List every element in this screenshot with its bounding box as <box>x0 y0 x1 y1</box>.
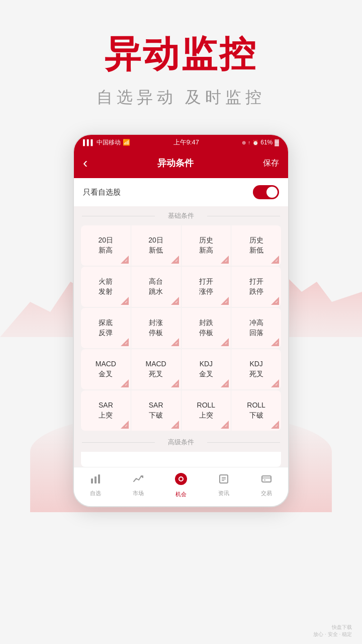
check-icon-1-3: ✓ <box>271 297 279 305</box>
status-time: 上午9:47 <box>173 138 199 147</box>
check-icon-1-2: ✓ <box>221 297 229 305</box>
grid-item-4-3[interactable]: ROLL下破✓ <box>231 390 281 431</box>
grid-item-2-0[interactable]: 探底反弹✓ <box>81 308 131 348</box>
watchlist-icon <box>90 473 101 488</box>
check-icon-2-2: ✓ <box>221 338 229 346</box>
svg-rect-3 <box>95 476 97 484</box>
news-label: 资讯 <box>218 490 229 497</box>
basic-section-title: 基础条件 <box>168 211 194 220</box>
grid-item-2-2[interactable]: 封跌停板✓ <box>182 308 231 348</box>
check-icon-2-1: ✓ <box>171 338 179 346</box>
save-button[interactable]: 保存 <box>263 158 279 169</box>
opportunity-label: 机会 <box>175 491 187 498</box>
watermark: 快盘下载 放心 · 安全 · 稳定 <box>313 624 352 638</box>
wifi-icon: 📶 <box>123 139 130 146</box>
phone-mockup: ▌▌▌ 中国移动 📶 上午9:47 ⊕ ↑ ⏰ 61% ▓ ‹ 异动条件 保存 <box>0 134 362 512</box>
svg-rect-4 <box>98 474 100 484</box>
back-button[interactable]: ‹ <box>83 155 87 171</box>
check-icon-0-0: ✓ <box>121 256 129 264</box>
grid-item-1-2[interactable]: 打开涨停✓ <box>182 267 231 307</box>
battery-icon: ▓ <box>275 139 279 146</box>
status-right: ⊕ ↑ ⏰ 61% ▓ <box>242 139 279 146</box>
market-icon <box>133 473 144 488</box>
grid-item-3-0[interactable]: MACD金叉✓ <box>81 349 131 389</box>
watermark-line1: 快盘下载 <box>313 624 352 631</box>
basic-section-header: 基础条件 <box>74 206 288 225</box>
check-icon-1-0: ✓ <box>121 297 129 305</box>
hero-section: 异动监控 自选异动 及时监控 <box>0 0 362 124</box>
check-icon-0-3: ✓ <box>271 256 279 264</box>
grid-row-2: 探底反弹✓封涨停板✓封跌停板✓冲高回落✓ <box>81 308 281 348</box>
tab-market[interactable]: 市场 <box>117 473 159 497</box>
check-icon-0-1: ✓ <box>171 256 179 264</box>
battery-label: 61% <box>260 139 273 146</box>
grid-item-text-1-3: 打开跌停 <box>249 277 263 296</box>
grid-item-text-2-2: 封跌停板 <box>199 318 213 338</box>
grid-item-text-0-1: 20日新低 <box>148 235 163 255</box>
toggle-row: 只看自选股 <box>74 178 288 206</box>
toggle-label: 只看自选股 <box>83 188 121 197</box>
check-icon-3-1: ✓ <box>171 379 179 387</box>
trading-icon <box>261 473 272 488</box>
grid-item-text-4-0: SAR上突 <box>99 400 113 420</box>
grid-item-1-1[interactable]: 高台跳水✓ <box>131 267 181 307</box>
check-icon-4-2: ✓ <box>221 421 229 429</box>
hero-subtitle: 自选异动 及时监控 <box>20 87 342 109</box>
opportunity-icon <box>174 472 188 489</box>
grid-row-4: SAR上突✓SAR下破✓ROLL上突✓ROLL下破✓ <box>81 390 281 431</box>
grid-item-0-1[interactable]: 20日新低✓ <box>131 225 181 266</box>
grid-item-2-1[interactable]: 封涨停板✓ <box>131 308 181 348</box>
grid-item-text-2-1: 封涨停板 <box>149 318 163 338</box>
phone-screen: ▌▌▌ 中国移动 📶 上午9:47 ⊕ ↑ ⏰ 61% ▓ ‹ 异动条件 保存 <box>73 134 289 507</box>
grid-item-text-3-2: KDJ金叉 <box>199 359 213 379</box>
app-container: 异动监控 自选异动 及时监控 ▌▌▌ 中国移动 <box>0 0 362 644</box>
trading-label: 交易 <box>261 490 272 497</box>
tab-opportunity[interactable]: 机会 <box>159 472 202 498</box>
grid-item-1-0[interactable]: 火箭发射✓ <box>81 267 131 307</box>
watchlist-label: 自选 <box>90 490 101 497</box>
alarm-icon: ⏰ <box>252 140 258 145</box>
signal-icon: ▌▌▌ <box>83 139 95 145</box>
check-icon-2-0: ✓ <box>121 338 129 346</box>
grid-item-3-2[interactable]: KDJ金叉✓ <box>182 349 231 389</box>
check-icon-3-0: ✓ <box>121 379 129 387</box>
content-area: 只看自选股 基础条件 20日新高✓20日新低✓历史新高✓历史新低✓火箭发射✓高台… <box>74 178 288 467</box>
grid-item-3-3[interactable]: KDJ死叉✓ <box>231 349 281 389</box>
grid-row-1: 火箭发射✓高台跳水✓打开涨停✓打开跌停✓ <box>81 267 281 307</box>
grid-item-4-2[interactable]: ROLL上突✓ <box>182 390 231 431</box>
grid-item-2-3[interactable]: 冲高回落✓ <box>231 308 281 348</box>
adv-line-right <box>207 442 280 443</box>
check-icon-3-3: ✓ <box>271 379 279 387</box>
nav-title: 异动条件 <box>157 157 194 169</box>
grid-item-0-3[interactable]: 历史新低✓ <box>231 225 281 266</box>
grid-item-1-3[interactable]: 打开跌停✓ <box>231 267 281 307</box>
grid-row-0: 20日新高✓20日新低✓历史新高✓历史新低✓ <box>81 225 281 266</box>
grid-item-text-1-2: 打开涨停 <box>199 277 213 296</box>
grid-item-0-2[interactable]: 历史新高✓ <box>182 225 231 266</box>
section-line-right <box>207 216 280 216</box>
grid-item-4-1[interactable]: SAR下破✓ <box>131 390 181 431</box>
grid-item-text-0-3: 历史新低 <box>249 235 263 255</box>
tab-watchlist[interactable]: 自选 <box>74 473 117 497</box>
svg-rect-2 <box>91 478 93 484</box>
conditions-grid: 20日新高✓20日新低✓历史新高✓历史新低✓火箭发射✓高台跳水✓打开涨停✓打开跌… <box>74 225 288 431</box>
check-icon-2-3: ✓ <box>271 338 279 346</box>
grid-item-4-0[interactable]: SAR上突✓ <box>81 390 131 431</box>
grid-row-3: MACD金叉✓MACD死叉✓KDJ金叉✓KDJ死叉✓ <box>81 349 281 389</box>
tab-news[interactable]: 资讯 <box>203 473 245 497</box>
location-icon: ⊕ <box>242 140 246 145</box>
grid-item-text-0-0: 20日新高 <box>99 235 114 255</box>
adv-line-left <box>82 442 155 443</box>
grid-item-text-3-3: KDJ死叉 <box>249 359 263 379</box>
nav-bar: ‹ 异动条件 保存 <box>74 150 288 178</box>
grid-item-3-1[interactable]: MACD死叉✓ <box>131 349 181 389</box>
grid-item-0-0[interactable]: 20日新高✓ <box>81 225 131 266</box>
grid-item-text-1-0: 火箭发射 <box>99 277 113 296</box>
toggle-switch[interactable] <box>253 185 279 199</box>
grid-item-text-3-0: MACD金叉 <box>96 359 116 379</box>
tab-trading[interactable]: 交易 <box>245 473 288 497</box>
grid-item-text-4-3: ROLL下破 <box>247 400 265 420</box>
check-icon-0-2: ✓ <box>221 256 229 264</box>
check-icon-4-0: ✓ <box>121 421 129 429</box>
svg-point-7 <box>179 477 183 480</box>
